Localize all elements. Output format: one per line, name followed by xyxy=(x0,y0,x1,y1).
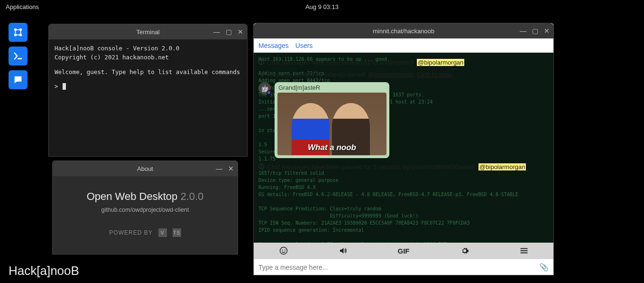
dock-apps[interactable] xyxy=(9,23,28,42)
terminal-line: Copyright (c) 2021 hackanoob.net xyxy=(55,53,241,62)
message-username[interactable]: Grand[m]asteR xyxy=(277,84,386,91)
applications-menu[interactable]: Applications xyxy=(6,3,39,10)
svg-point-0 xyxy=(14,28,17,31)
chat-titlebar[interactable]: minnit.chat/hackanoob — ▢ ✕ xyxy=(254,23,553,38)
tab-users[interactable]: Users xyxy=(295,42,313,49)
chat-toolbar: GIF xyxy=(254,243,553,259)
message-bubble: Grand[m]asteR What a noob xyxy=(275,82,389,158)
maximize-button[interactable]: ▢ xyxy=(532,27,538,35)
chat-tabs: Messages Users xyxy=(254,38,553,53)
deleted-message: 🗑 Message deleted by Grand[m]asteR @bipo… xyxy=(258,69,549,79)
svg-point-3 xyxy=(19,34,22,37)
maximize-button[interactable]: ▢ xyxy=(226,28,232,36)
about-product: Open Web Desktop xyxy=(87,190,178,202)
dock-chat[interactable] xyxy=(9,70,28,89)
gif-button[interactable]: GIF xyxy=(398,247,410,255)
svg-point-6 xyxy=(284,249,285,250)
trash-icon: 🗑 xyxy=(258,71,265,78)
minimize-button[interactable]: — xyxy=(520,27,526,35)
dock xyxy=(9,23,28,89)
system-text: Chat messages have been cleared by Grand… xyxy=(267,59,414,66)
message-input[interactable] xyxy=(258,264,539,271)
about-title: About xyxy=(137,165,153,172)
close-button[interactable]: ✕ xyxy=(228,165,234,172)
chat-input-row: 📎 xyxy=(254,259,553,275)
system-text: Chat messages have been paused for 5 sec… xyxy=(267,163,476,170)
system-message: ⓘ Chat messages have been paused for 5 s… xyxy=(258,162,549,172)
sound-button[interactable] xyxy=(339,246,347,255)
minimize-button[interactable]: — xyxy=(216,165,222,172)
chat-message: 🤖 Grand[m]asteR What a noob xyxy=(258,82,549,158)
about-window: About — ✕ Open Web Desktop 2.0.0 github.… xyxy=(52,160,238,255)
deleted-text: Message deleted by Grand[m]asteR @ xyxy=(267,71,374,78)
menu-button[interactable] xyxy=(520,246,528,255)
terminal-window: Terminal — ▢ ✕ Hack[a]nooB console - Ver… xyxy=(48,24,248,157)
terminal-cursor xyxy=(63,83,66,90)
about-repo-link[interactable]: github.com/owdproject/owd-client xyxy=(62,207,228,213)
user-link[interactable]: bipolarmorgan xyxy=(374,71,414,78)
terminal-prompt: > xyxy=(55,83,62,90)
about-heading: Open Web Desktop 2.0.0 xyxy=(62,190,228,203)
powered-by-label: POWERED BY xyxy=(109,229,152,236)
about-version: 2.0.0 xyxy=(180,190,203,202)
user-mention[interactable]: @bipolarmorgan xyxy=(478,163,526,170)
system-message: ⓘ Chat messages have been cleared by Gra… xyxy=(258,57,549,67)
svg-point-1 xyxy=(19,28,22,31)
brand-label: Hack[a]nooB xyxy=(9,264,79,278)
terminal-line: Hack[a]nooB console - Version 2.0.0 xyxy=(55,44,241,53)
vue-badge-icon: V xyxy=(158,228,167,237)
terminal-line: Welcome, guest. Type help to list availa… xyxy=(55,68,241,77)
gif-caption: What a noob xyxy=(308,143,356,152)
svg-point-5 xyxy=(282,249,283,250)
svg-point-4 xyxy=(280,247,287,255)
ts-badge-icon: TS xyxy=(173,228,181,237)
status-dot xyxy=(267,90,271,95)
avatar[interactable]: 🤖 xyxy=(258,82,271,94)
info-icon: ⓘ xyxy=(258,58,264,66)
message-gif[interactable]: What a noob xyxy=(277,93,386,155)
tab-messages[interactable]: Messages xyxy=(258,42,289,49)
clock: Aug 9 03:13 xyxy=(305,3,339,10)
terminal-titlebar[interactable]: Terminal — ▢ ✕ xyxy=(49,24,247,39)
terminal-body[interactable]: Hack[a]nooB console - Version 2.0.0 Copy… xyxy=(49,39,247,96)
attach-button[interactable]: 📎 xyxy=(539,263,549,272)
chat-window: minnit.chat/hackanoob — ▢ ✕ Messages Use… xyxy=(253,23,554,275)
terminal-title: Terminal xyxy=(136,28,159,36)
settings-button[interactable] xyxy=(460,246,469,255)
emoji-button[interactable] xyxy=(279,246,288,255)
close-button[interactable]: ✕ xyxy=(238,28,243,36)
dock-terminal[interactable] xyxy=(9,47,28,66)
user-mention[interactable]: @bipolarmorgan xyxy=(417,59,464,66)
minimize-button[interactable]: — xyxy=(213,28,220,36)
about-titlebar[interactable]: About — ✕ xyxy=(53,161,238,176)
svg-point-2 xyxy=(14,34,17,37)
click-to-view-link[interactable]: Click to view. xyxy=(417,71,452,78)
chat-title: minnit.chat/hackanoob xyxy=(373,28,434,35)
info-icon: ⓘ xyxy=(258,163,264,171)
chat-body[interactable]: Host 169.118.128.66 appears to be up ...… xyxy=(254,53,553,243)
close-button[interactable]: ✕ xyxy=(544,27,550,35)
